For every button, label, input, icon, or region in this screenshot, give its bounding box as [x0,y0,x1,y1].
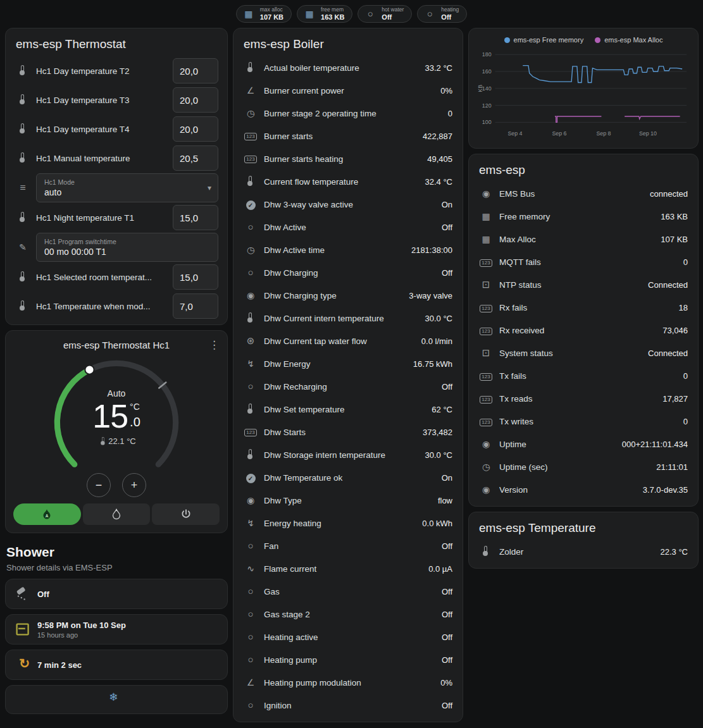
entity-row[interactable]: Dhw Current intern temperature 30.0 °C [233,307,463,330]
entity-row[interactable]: Tx reads 17,827 [469,387,698,410]
thermostat-dial: Auto 15 °C .0 22.1 °C − + [46,352,187,493]
entity-row[interactable]: EMS Bus connected [469,182,698,205]
entity-label: Actual boiler temperature [264,63,420,73]
status-chip[interactable]: free mem 163 KB [297,5,352,23]
entity-row[interactable]: Burner starts heating 49,405 [233,147,463,170]
number-entity-row: Hc1 Selected room temperat... [6,262,227,292]
entity-value: On [442,473,452,483]
entity-row[interactable]: Version 3.7.0-dev.35 [469,478,698,501]
entity-row[interactable]: Dhw Temperature ok On [233,466,463,489]
entity-row[interactable]: Dhw Active time 2181:38:00 [233,238,463,261]
entity-row[interactable]: Dhw Active Off [233,216,463,238]
entity-card[interactable]: Off [5,579,228,609]
temperature-input[interactable] [173,264,218,290]
entity-row[interactable]: Burner current power 0% [233,79,463,102]
svg-text:KB: KB [477,85,483,92]
partial-entity-card[interactable] [5,685,228,714]
entity-label: Dhw Type [264,496,433,505]
hvac-heat-button[interactable] [83,503,151,525]
entity-row[interactable]: Burner stage 2 operating time 0 [233,102,463,125]
entity-card[interactable]: 7 min 2 sec [5,650,228,680]
legend-item[interactable]: ems-esp Max Alloc [595,36,663,44]
clock-icon [479,461,493,472]
legend-item[interactable]: ems-esp Free memory [504,36,584,44]
number-entity-row: Hc1 Day temperature T3 [6,85,227,114]
entity-card[interactable]: 9:58 PM on Tue 10 Sep 15 hours ago [5,614,228,645]
decrease-temp-button[interactable]: − [87,473,111,497]
entity-row[interactable]: Energy heating 0.0 kWh [233,512,463,534]
entity-row[interactable]: Dhw 3-way valve active On [233,193,463,216]
water-thermometer-icon [16,300,30,312]
entity-row[interactable]: Dhw Starts 373,482 [233,421,463,443]
entity-value: 0 [448,109,452,118]
entity-value: 62 °C [432,405,452,414]
entity-row[interactable]: Heating pump Off [233,648,463,671]
entity-row[interactable]: Ignition Off [233,694,463,717]
entity-row[interactable]: Zolder 22.3 °C [469,540,698,563]
hvac-auto-button[interactable]: A [13,503,81,525]
hvac-mode-row: A [13,503,220,525]
entity-row[interactable]: Rx fails 18 [469,296,698,319]
temperature-steppers: − + [87,473,146,497]
temperature-rows: Zolder 22.3 °C [469,540,698,568]
shower-icon [15,586,34,602]
text-entity-row: Hc1 Program switchtime 00 mo 00:00 T1 [6,232,227,262]
entity-label: Heating pump [264,655,437,665]
temperature-input[interactable] [173,87,218,113]
entity-row[interactable]: Tx fails 0 [469,364,698,387]
entity-row[interactable]: Uptime (sec) 21:11:01 [469,455,698,478]
entity-row[interactable]: Gas Off [233,580,463,603]
status-chip[interactable]: hot water Off [358,5,412,23]
entity-row[interactable]: Max Alloc 107 KB [469,228,698,250]
status-chip[interactable]: max alloc 107 KB [236,5,292,23]
status-chip[interactable]: heating Off [417,5,467,23]
entity-row[interactable]: MQTT fails 0 [469,250,698,273]
entity-row[interactable]: Fan Off [233,534,463,557]
svg-text:A: A [46,514,49,518]
field-label: Hc1 Mode [44,178,200,186]
text-field[interactable]: Hc1 Program switchtime 00 mo 00:00 T1 [36,233,218,262]
mode-select[interactable]: Hc1 Mode auto [36,173,218,202]
entity-row[interactable]: Dhw Energy 16.75 kWh [233,352,463,375]
entity-row[interactable]: Dhw Current tap water flow 0.0 l/min [233,330,463,352]
chip-label: hot water [382,7,404,13]
entity-row[interactable]: Current flow temperature 32.4 °C [233,170,463,193]
entity-row[interactable]: Burner starts 422,887 [233,125,463,147]
pencil-clock-icon [16,242,30,253]
water-thermometer-icon [16,65,30,77]
temperature-input[interactable] [173,205,218,230]
entity-row[interactable]: Tx writes 0 [469,410,698,433]
entity-row[interactable]: Dhw Charging Off [233,261,463,284]
entity-row[interactable]: Heating pump modulation 0% [233,671,463,694]
more-options-icon[interactable] [209,338,220,352]
hvac-off-button[interactable] [152,503,220,525]
entity-row[interactable]: Dhw Type flow [233,489,463,512]
temperature-input[interactable] [173,293,218,319]
entity-row[interactable]: Rx received 73,046 [469,319,698,342]
increase-temp-button[interactable]: + [122,473,146,497]
entity-row[interactable]: Dhw Recharging Off [233,375,463,398]
setpoint-handle[interactable] [85,365,94,374]
temperature-input[interactable] [173,116,218,142]
entity-value: 22.3 °C [660,547,688,557]
circle-icon [244,586,258,597]
entity-label: Dhw Energy [264,359,408,369]
entity-row[interactable]: Flame current 0.0 µA [233,557,463,580]
entity-value: 49,405 [427,154,452,164]
entity-row[interactable]: Uptime 000+21:11:01.434 [469,433,698,455]
entity-row[interactable]: Dhw Charging type 3-way valve [233,284,463,307]
entity-row[interactable]: Free memory 163 KB [469,205,698,228]
select-entity-row: Hc1 Mode auto [6,173,227,203]
legend-dot-icon [595,37,600,43]
entity-row[interactable]: Dhw Storage intern temperature 30.0 °C [233,443,463,466]
entity-row[interactable]: Heating active Off [233,626,463,648]
entity-row[interactable]: Gas stage 2 Off [233,603,463,626]
entity-row[interactable]: Actual boiler temperature 33.2 °C [233,56,463,79]
entity-row[interactable]: System status Connected [469,342,698,364]
temperature-input[interactable] [173,58,218,83]
entity-row[interactable]: Dhw Set temperature 62 °C [233,398,463,421]
temperature-input[interactable] [173,145,218,171]
entity-value: 17,827 [663,394,688,404]
entity-value: 30.0 °C [425,314,452,323]
entity-row[interactable]: NTP status Connected [469,273,698,296]
